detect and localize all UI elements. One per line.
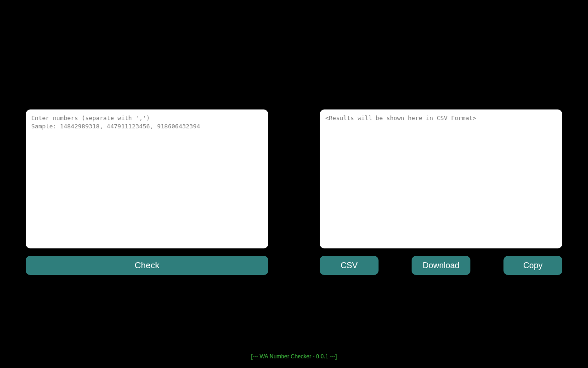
- download-button[interactable]: Download: [412, 256, 470, 275]
- csv-button[interactable]: CSV: [320, 256, 379, 275]
- output-button-row: CSV Download Copy: [320, 256, 562, 275]
- check-button[interactable]: Check: [26, 256, 268, 275]
- main-container: Check CSV Download Copy: [0, 109, 588, 275]
- copy-button[interactable]: Copy: [503, 256, 562, 275]
- results-output[interactable]: [320, 109, 562, 248]
- input-button-row: Check: [26, 256, 268, 275]
- input-panel: Check: [26, 109, 268, 275]
- output-panel: CSV Download Copy: [320, 109, 562, 275]
- footer-text: [--- WA Number Checker - 0.0.1 ---]: [0, 353, 588, 360]
- numbers-input[interactable]: [26, 109, 268, 248]
